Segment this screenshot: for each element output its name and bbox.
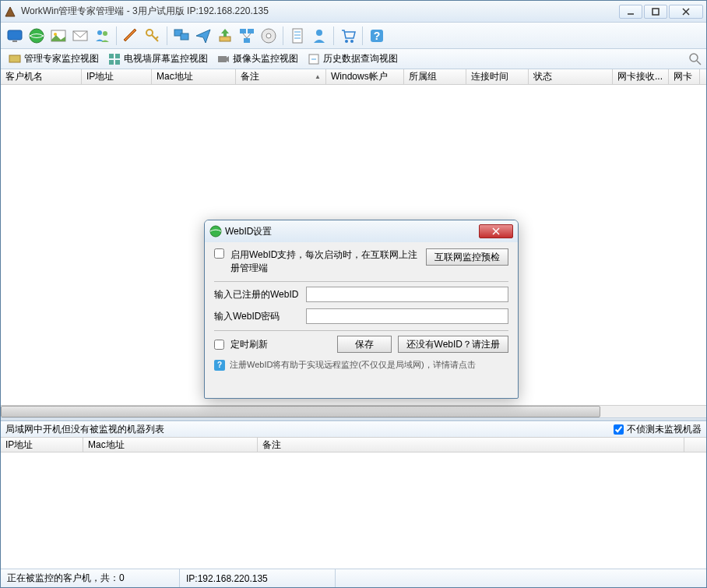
svg-rect-4 [8,30,22,40]
status-empty [336,569,706,587]
separator [214,281,508,282]
monitor-icon[interactable] [5,26,24,45]
column-header[interactable]: 网卡 [669,69,700,84]
monitor-view-icon [9,53,21,65]
svg-rect-1 [652,9,659,15]
toolbar: ? [1,23,706,49]
screens-icon[interactable] [172,26,191,45]
cart-icon[interactable] [339,26,357,45]
svg-rect-35 [218,56,227,62]
column-header[interactable]: 客户机名 [1,69,82,84]
column-header[interactable]: 所属组 [404,69,466,84]
sub-panel-title: 局域网中开机但没有被监视的机器列表 [5,423,164,436]
hint-text: 注册WebID将有助于实现远程监控(不仅仅是局域网)，详情请点击 [230,359,476,371]
mail-icon[interactable] [71,26,90,45]
column-header-sorted[interactable]: 备注 [236,69,326,84]
column-header[interactable]: 状态 [529,69,613,84]
password-input[interactable] [306,308,508,324]
view-label: 摄像头监控视图 [233,52,298,65]
svg-point-6 [30,29,44,43]
webid-input[interactable] [306,287,508,302]
svg-point-10 [97,30,102,35]
column-header[interactable]: Windows帐户 [326,69,404,84]
webid-dialog: WebID设置 启用WebID支持，每次启动时，在互联网上注册管理端 互联网监控… [204,220,519,399]
refresh-checkbox[interactable] [214,340,224,350]
globe-icon [209,225,222,238]
svg-point-39 [210,226,221,237]
view-tv-wall[interactable]: 电视墙屏幕监控视图 [105,51,211,67]
minimize-button[interactable] [619,5,642,19]
refresh-label: 定时刷新 [230,338,268,351]
photo-icon[interactable] [49,26,68,45]
status-ip: IP:192.168.220.135 [180,569,336,587]
network-icon[interactable] [237,26,256,45]
svg-rect-18 [244,38,250,43]
detect-checkbox-label: 不侦测未监视机器 [627,423,702,436]
separator [362,26,363,45]
column-header[interactable]: 网卡接收... [613,69,669,84]
status-monitored: 正在被监控的客户机，共：0 [1,569,180,587]
person-icon[interactable] [310,26,329,45]
horizontal-scrollbar[interactable] [1,405,706,417]
register-button[interactable]: 还没有WebID？请注册 [398,336,508,353]
svg-point-20 [266,33,271,38]
upload-icon[interactable] [216,26,234,45]
svg-rect-15 [220,37,230,41]
close-button[interactable] [669,5,703,19]
disc-icon[interactable] [259,26,278,45]
statusbar: 正在被监控的客户机，共：0 IP:192.168.220.135 [1,569,706,587]
view-history[interactable]: 历史数据查询视图 [304,51,401,67]
dialog-webid-row: 输入已注册的WebID [214,287,508,302]
info-icon: ? [214,360,225,371]
help-icon[interactable]: ? [368,26,386,45]
view-monitor[interactable]: 管理专家监控视图 [5,51,102,67]
scrollbar-thumb[interactable] [1,406,600,417]
document-icon[interactable] [288,26,307,45]
webid-label: 输入已注册的WebID [214,288,300,301]
send-icon[interactable] [194,26,213,45]
separator [283,26,283,45]
svg-rect-5 [12,40,17,42]
main-table-header: 客户机名 IP地址 Mac地址 备注 Windows帐户 所属组 连接时间 状态… [1,69,706,85]
dialog-title: WebID设置 [225,225,272,238]
key-icon[interactable] [143,26,162,45]
sub-table-body[interactable] [1,452,706,569]
svg-rect-16 [240,29,246,33]
svg-point-26 [345,40,348,43]
brush-icon[interactable] [121,26,140,45]
sub-panel: 局域网中开机但没有被监视的机器列表 不侦测未监视机器 IP地址 Mac地址 备注 [1,421,706,569]
users-icon[interactable] [93,26,111,45]
svg-line-38 [697,61,701,65]
password-label: 输入WebID密码 [214,310,300,323]
view-label: 管理专家监控视图 [24,52,99,65]
svg-point-27 [350,40,354,43]
dialog-titlebar: WebID设置 [205,220,518,242]
search-icon[interactable] [689,53,702,65]
column-header[interactable]: 连接时间 [466,69,529,84]
sub-column-header[interactable]: Mac地址 [83,438,258,452]
save-button[interactable]: 保存 [337,336,392,353]
dialog-hint: ? 注册WebID将有助于实现远程监控(不仅仅是局域网)，详情请点击 [214,359,508,371]
detect-checkbox[interactable] [614,424,624,435]
enable-webid-label: 启用WebID支持，每次启动时，在互联网上注册管理端 [230,248,420,275]
view-label: 电视墙屏幕监控视图 [124,52,208,65]
globe-icon[interactable] [27,26,46,45]
svg-rect-34 [115,60,120,65]
sub-header-right: 不侦测未监视机器 [614,423,702,436]
separator [214,330,508,331]
window-title: WorkWin管理专家管理端 - 3用户试用版 IP:192.168.220.1… [21,5,619,18]
maximize-button[interactable] [644,5,667,19]
sub-column-header[interactable]: IP地址 [1,438,83,452]
view-camera[interactable]: 摄像头监控视图 [214,51,301,67]
dialog-password-row: 输入WebID密码 [214,308,508,324]
sub-column-header[interactable]: 备注 [258,438,684,452]
precheck-button[interactable]: 互联网监控预检 [426,248,508,266]
enable-webid-checkbox[interactable] [214,248,224,259]
svg-rect-21 [293,29,302,43]
sub-panel-header: 局域网中开机但没有被监视的机器列表 不侦测未监视机器 [1,421,706,437]
svg-rect-30 [9,55,20,62]
dialog-actions-row: 定时刷新 保存 还没有WebID？请注册 [214,336,508,353]
dialog-close-button[interactable] [479,224,513,238]
column-header[interactable]: IP地址 [82,69,152,84]
column-header[interactable]: Mac地址 [152,69,236,84]
